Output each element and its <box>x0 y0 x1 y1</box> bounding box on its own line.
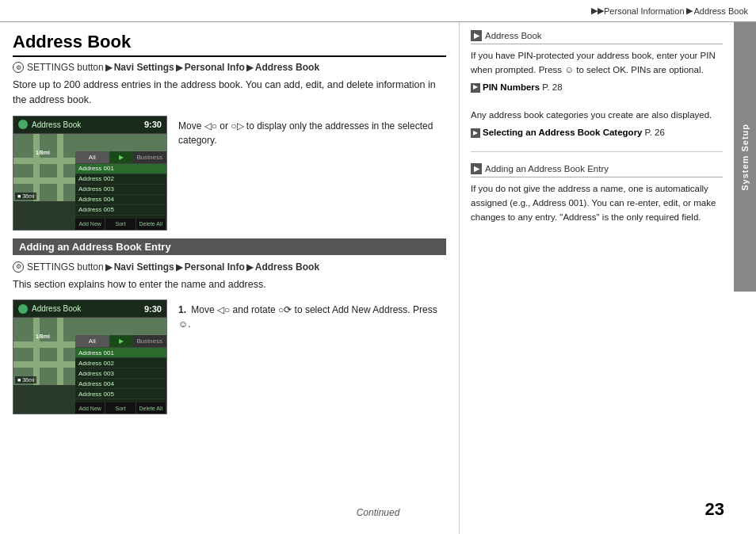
sort-btn-2[interactable]: Sort <box>105 402 136 414</box>
settings-label: SETTINGS button <box>27 62 104 73</box>
page-title: Address Book <box>13 32 446 57</box>
list-item-1-1: Address 001 <box>75 164 166 174</box>
settings-icon-2: ⚙ <box>13 261 24 273</box>
map-road-v3 <box>33 318 40 385</box>
category-link: Selecting an Address Book Category <box>483 126 643 140</box>
s2-personal: Personal Info <box>185 261 245 273</box>
s2-navi: Navi Settings <box>114 261 174 273</box>
map-label-2: 1/8mi <box>36 334 50 339</box>
nav-compass-icon-2 <box>18 304 28 314</box>
settings-label-2: SETTINGS button <box>27 261 104 273</box>
main-content: Address Book ⚙ SETTINGS button ▶ Navi Se… <box>0 22 734 534</box>
settings-icon: ⚙ <box>13 62 24 73</box>
add-new-btn-1[interactable]: Add New <box>75 219 105 230</box>
note-body-text-1: If you have PIN-protected your address b… <box>471 51 716 74</box>
list-tab-all-1: All <box>75 151 109 163</box>
list-item-2-3: Address 003 <box>75 368 166 379</box>
right-column: ▶ Address Book If you have PIN-protected… <box>460 22 734 534</box>
address-book-nav: Address Book <box>255 62 319 73</box>
note-divider <box>471 151 723 152</box>
arrow1: ▶ <box>105 62 113 73</box>
nav-compass-icon <box>18 120 28 129</box>
step1-num: 1. <box>178 304 186 315</box>
note-link-2: ▶ Selecting an Address Book Category P. … <box>471 126 723 140</box>
s2-addressbook: Address Book <box>255 261 319 273</box>
section1-caption: Move ◁○ or ○▷ to display only the addres… <box>178 116 446 231</box>
s2-arrow2: ▶ <box>176 261 183 273</box>
list-panel-2: All ▶ Business Address 001 Address 002 A… <box>75 335 166 414</box>
link-arrow-2: ▶ <box>471 128 480 138</box>
note-link-1: ▶ PIN Numbers P. 28 <box>471 81 723 95</box>
breadcrumb-part2: Address Book <box>694 6 748 16</box>
breadcrumb-prefix: ▶▶ <box>591 6 604 16</box>
breadcrumb-bar: ▶▶ Personal Information ▶ Address Book <box>0 0 756 22</box>
note-box-1-header: ▶ Address Book <box>471 30 723 44</box>
map-road-v1 <box>33 134 40 201</box>
list-tab-biz-1: Business <box>133 151 167 163</box>
note-box-1: ▶ Address Book If you have PIN-protected… <box>471 30 723 140</box>
s2-arrow3: ▶ <box>246 261 254 273</box>
map-label-1: 1/8mi <box>36 150 50 155</box>
nav-header-1: Address Book 9:30 <box>13 116 166 134</box>
section2-title: Adding an Address Book Entry <box>19 241 171 253</box>
section1-description: Store up to 200 address entries in the a… <box>13 78 446 108</box>
distance-badge-1: ■ 36mi <box>15 193 36 200</box>
note-box-2: ▶ Adding an Address Book Entry If you do… <box>471 163 723 224</box>
nav-screen-title-1: Address Book <box>32 120 144 129</box>
distance-badge-2: ■ 36mi <box>15 376 36 383</box>
s2-arrow1: ▶ <box>105 261 113 273</box>
section1-screenshot-area: Address Book 9:30 1/8mi ■ 36mi <box>13 116 446 231</box>
delete-all-btn-1[interactable]: Delete All <box>136 219 166 230</box>
add-new-btn-2[interactable]: Add New <box>75 402 105 414</box>
list-item-2-4: Address 004 <box>75 379 166 389</box>
side-tab-label: System Setup <box>740 124 750 191</box>
list-item-2-5: Address 005 <box>75 389 166 399</box>
section2-description: This section explains how to enter the n… <box>13 277 446 292</box>
note-box-2-title: Adding an Address Book Entry <box>485 164 609 174</box>
list-tab-row-1: All ▶ Business <box>75 151 166 164</box>
delete-all-btn-2[interactable]: Delete All <box>136 402 166 414</box>
left-column: Address Book ⚙ SETTINGS button ▶ Navi Se… <box>0 22 460 534</box>
breadcrumb-arrow1: ▶ <box>686 6 693 16</box>
list-item-2-2: Address 002 <box>75 358 166 368</box>
map-road-v4 <box>57 318 63 385</box>
section2-breadcrumb: ⚙ SETTINGS button ▶ Navi Settings ▶ Pers… <box>13 261 446 273</box>
page-number: 23 <box>705 499 724 520</box>
list-tab-arrow-1: ▶ <box>109 151 133 163</box>
note-box-1-body: If you have PIN-protected your address b… <box>471 49 723 140</box>
list-tab-all-2: All <box>75 335 109 347</box>
note-body-text-2: Any address book categories you create a… <box>471 110 712 120</box>
note-box-2-body: If you do not give the address a name, o… <box>471 182 723 224</box>
side-tab: System Setup <box>734 22 756 292</box>
continued-label: Continued <box>357 507 400 518</box>
list-tab-row-2: All ▶ Business <box>75 335 166 348</box>
note-box-2-header: ▶ Adding an Address Book Entry <box>471 163 723 177</box>
nav-time-2: 9:30 <box>144 304 162 314</box>
list-tab-biz-2: Business <box>133 335 167 347</box>
pin-numbers-link: PIN Numbers <box>483 81 540 95</box>
note-body-text-3: If you do not give the address a name, o… <box>471 184 716 222</box>
note-icon-1: ▶ <box>471 30 482 41</box>
sort-btn-1[interactable]: Sort <box>105 219 136 230</box>
nav-screen-1: Address Book 9:30 1/8mi ■ 36mi <box>13 116 167 231</box>
step1-instruction: Move ◁○ and rotate ○⟳ to select Add New … <box>178 304 437 330</box>
nav-header-2: Address Book 9:30 <box>13 300 166 318</box>
nav-screen-title-2: Address Book <box>32 304 144 313</box>
nav-screen-2: Address Book 9:30 1/8mi ■ 36mi All <box>13 299 167 414</box>
navi-settings: Navi Settings <box>114 62 174 73</box>
note-icon-2: ▶ <box>471 163 482 174</box>
section2-divider: Adding an Address Book Entry <box>13 238 446 255</box>
list-item-1-2: Address 002 <box>75 174 166 185</box>
list-item-1-5: Address 005 <box>75 205 166 216</box>
section2-screenshot-area: Address Book 9:30 1/8mi ■ 36mi All <box>13 299 446 414</box>
personal-info: Personal Info <box>185 62 245 73</box>
nav-time-1: 9:30 <box>144 120 162 129</box>
list-panel-1: All ▶ Business Address 001 Address 002 A… <box>75 151 166 230</box>
arrow3: ▶ <box>246 62 254 73</box>
step1-text: 1. Move ◁○ and rotate ○⟳ to select Add N… <box>178 299 446 414</box>
list-item-1-4: Address 004 <box>75 195 166 205</box>
arrow2: ▶ <box>176 62 183 73</box>
pin-page: P. 28 <box>542 81 562 95</box>
list-item-1-3: Address 003 <box>75 185 166 195</box>
section1-breadcrumb: ⚙ SETTINGS button ▶ Navi Settings ▶ Pers… <box>13 62 446 73</box>
